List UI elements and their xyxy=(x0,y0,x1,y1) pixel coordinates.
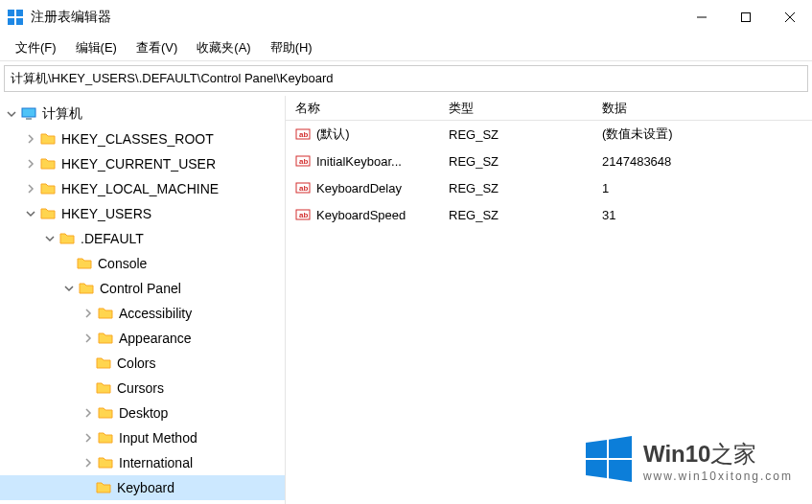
watermark-url: www.win10xitong.com xyxy=(643,470,793,483)
tree-node-accessibility[interactable]: Accessibility xyxy=(0,301,285,326)
value-type: REG_SZ xyxy=(439,154,592,169)
svg-rect-0 xyxy=(8,10,14,16)
address-bar[interactable]: 计算机\HKEY_USERS\.DEFAULT\Control Panel\Ke… xyxy=(4,65,808,92)
tree-node-controlpanel[interactable]: Control Panel xyxy=(0,276,285,301)
menu-view[interactable]: 查看(V) xyxy=(127,35,187,60)
tree-label: Input Method xyxy=(119,430,197,446)
tree-node-hkcr[interactable]: HKEY_CLASSES_ROOT xyxy=(0,126,285,151)
tree-node-default[interactable]: .DEFAULT xyxy=(0,226,285,251)
tree-label: 计算机 xyxy=(42,105,82,123)
tree-node-appearance[interactable]: Appearance xyxy=(0,326,285,351)
tree-node-console[interactable]: Console xyxy=(0,251,285,276)
chevron-right-icon[interactable] xyxy=(81,331,96,346)
tree-node-hku[interactable]: HKEY_USERS xyxy=(0,201,285,226)
tree-node-inputmethod[interactable]: Input Method xyxy=(0,425,285,450)
tree-node-cursors[interactable]: Cursors xyxy=(0,376,285,401)
svg-rect-2 xyxy=(8,18,14,25)
menubar: 文件(F) 编辑(E) 查看(V) 收藏夹(A) 帮助(H) xyxy=(0,34,812,61)
svg-text:ab: ab xyxy=(299,211,308,219)
value-name: KeyboardSpeed xyxy=(316,208,406,222)
windows-logo-icon xyxy=(586,436,632,485)
folder-icon xyxy=(40,206,56,221)
chevron-right-icon[interactable] xyxy=(23,156,38,172)
svg-text:ab: ab xyxy=(299,184,308,193)
chevron-down-icon[interactable] xyxy=(23,206,38,221)
svg-text:ab: ab xyxy=(299,157,308,166)
value-type: REG_SZ xyxy=(439,181,592,195)
tree-label: Control Panel xyxy=(100,281,181,296)
chevron-right-icon[interactable] xyxy=(81,405,96,421)
chevron-right-icon[interactable] xyxy=(23,131,38,147)
tree-node-international[interactable]: International xyxy=(0,450,285,475)
list-row[interactable]: abKeyboardDelay REG_SZ 1 xyxy=(286,174,812,201)
value-data: 31 xyxy=(592,208,812,222)
regedit-icon xyxy=(8,10,23,25)
chevron-down-icon[interactable] xyxy=(42,231,58,246)
chevron-down-icon[interactable] xyxy=(4,106,19,122)
tree-node-keyboard[interactable]: Keyboard xyxy=(0,475,285,500)
svg-rect-1 xyxy=(16,10,23,16)
folder-icon xyxy=(40,131,56,147)
value-type: REG_SZ xyxy=(439,208,592,222)
tree-label: International xyxy=(119,455,193,470)
string-value-icon: ab xyxy=(295,153,311,169)
tree-node-computer[interactable]: 计算机 xyxy=(0,102,285,126)
maximize-button[interactable] xyxy=(724,0,768,34)
string-value-icon: ab xyxy=(295,126,311,142)
tree-label: Cursors xyxy=(117,380,164,396)
folder-icon xyxy=(77,256,92,271)
computer-icon xyxy=(21,106,36,122)
value-name: (默认) xyxy=(316,126,350,143)
tree-label: Desktop xyxy=(119,405,168,421)
menu-edit[interactable]: 编辑(E) xyxy=(66,35,127,60)
folder-icon xyxy=(79,281,94,296)
value-name: InitialKeyboar... xyxy=(316,154,402,169)
tree-node-hklm[interactable]: HKEY_LOCAL_MACHINE xyxy=(0,176,285,201)
folder-icon xyxy=(98,331,113,346)
list-row[interactable]: ab(默认) REG_SZ (数值未设置) xyxy=(286,121,812,148)
folder-icon xyxy=(98,405,113,421)
header-data[interactable]: 数据 xyxy=(592,100,812,117)
svg-rect-5 xyxy=(742,13,751,22)
tree-label: HKEY_USERS xyxy=(61,206,151,221)
chevron-right-icon[interactable] xyxy=(81,430,96,446)
tree-label: Keyboard xyxy=(117,480,174,495)
folder-icon xyxy=(96,480,111,495)
list-row[interactable]: abKeyboardSpeed REG_SZ 31 xyxy=(286,201,812,228)
folder-icon xyxy=(96,355,111,371)
tree-node-hkcu[interactable]: HKEY_CURRENT_USER xyxy=(0,151,285,176)
tree-node-desktop[interactable]: Desktop xyxy=(0,401,285,425)
tree-node-colors[interactable]: Colors xyxy=(0,351,285,376)
list-row[interactable]: abInitialKeyboar... REG_SZ 2147483648 xyxy=(286,148,812,174)
menu-help[interactable]: 帮助(H) xyxy=(261,35,322,60)
folder-icon xyxy=(40,181,56,196)
svg-rect-9 xyxy=(26,118,32,120)
watermark-suffix: 之家 xyxy=(710,441,756,467)
folder-icon xyxy=(98,306,113,321)
tree-label: Accessibility xyxy=(119,306,192,321)
value-data: 1 xyxy=(592,181,812,195)
svg-rect-8 xyxy=(22,108,35,117)
folder-icon xyxy=(98,455,113,470)
string-value-icon: ab xyxy=(295,207,311,222)
titlebar: 注册表编辑器 xyxy=(0,0,812,34)
folder-icon xyxy=(98,430,113,446)
menu-file[interactable]: 文件(F) xyxy=(6,35,66,60)
address-text: 计算机\HKEY_USERS\.DEFAULT\Control Panel\Ke… xyxy=(11,70,333,87)
chevron-down-icon[interactable] xyxy=(61,281,77,296)
chevron-right-icon[interactable] xyxy=(81,306,96,321)
chevron-right-icon[interactable] xyxy=(23,181,38,196)
chevron-right-icon[interactable] xyxy=(81,455,96,470)
menu-favorites[interactable]: 收藏夹(A) xyxy=(187,35,260,60)
header-name[interactable]: 名称 xyxy=(286,100,439,117)
close-button[interactable] xyxy=(768,0,812,34)
window-controls xyxy=(680,0,812,34)
tree-label: .DEFAULT xyxy=(81,231,144,246)
svg-text:ab: ab xyxy=(299,130,308,139)
tree-label: Console xyxy=(98,256,147,271)
string-value-icon: ab xyxy=(295,180,311,195)
value-name: KeyboardDelay xyxy=(316,181,402,195)
header-type[interactable]: 类型 xyxy=(439,100,592,117)
tree-panel[interactable]: 计算机 HKEY_CLASSES_ROOT HKEY_CURRENT_USER … xyxy=(0,96,286,504)
minimize-button[interactable] xyxy=(680,0,724,34)
